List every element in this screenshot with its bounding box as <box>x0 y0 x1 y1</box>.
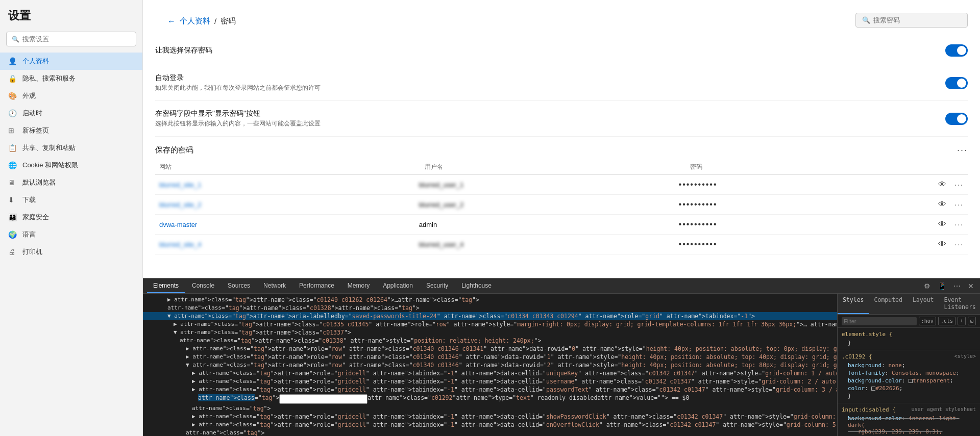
nav-list: 👤个人资料🔒隐私、搜索和服务🎨外观🕐启动时⊞新标签页📋共享、复制和粘贴🌐Cook… <box>0 53 142 261</box>
row-menu-2[interactable]: ··· <box>954 220 964 228</box>
sidebar-item-family[interactable]: 👨‍👩‍👧家庭安全 <box>0 209 142 226</box>
styles-tab-layout[interactable]: Layout <box>908 294 939 314</box>
sidebar-item-privacy[interactable]: 🔒隐私、搜索和服务 <box>0 70 142 87</box>
sidebar-item-browser[interactable]: 🖥默认浏览器 <box>0 174 142 191</box>
styles-filter-grid[interactable]: ⊡ <box>968 317 976 325</box>
password-dots-2: •••••••••• <box>679 220 718 228</box>
saved-passwords-title: 保存的密码 <box>155 145 193 155</box>
table-row-3: blurred_site_4 blurred_user_4 ••••••••••… <box>155 235 968 254</box>
row-menu-0[interactable]: ··· <box>954 181 964 189</box>
toggle-save_passwords[interactable] <box>945 44 968 57</box>
html-line-12[interactable]: attr-name">class="tag">attr-name">class=… <box>143 394 837 404</box>
styles-filter-pseudo[interactable]: :hov <box>919 317 936 325</box>
show-password-1[interactable]: 👁 <box>938 200 946 209</box>
html-line-6[interactable]: ▶ attr-name">class="tag">attr-name">role… <box>143 345 837 353</box>
passwords-search-input[interactable] <box>873 16 961 24</box>
sidebar-item-newtab[interactable]: ⊞新标签页 <box>0 122 142 139</box>
devtools-tab-memory[interactable]: Memory <box>341 279 376 293</box>
devtools-tab-elements[interactable]: Elements <box>147 279 185 293</box>
style-block-input-disabled: input:disabled { user agent stylesheet b… <box>838 403 980 436</box>
nav-icon-print: 🖨 <box>8 248 17 256</box>
devtools-tab-lighthouse[interactable]: Lighthouse <box>455 279 498 293</box>
devtools-more-icon[interactable]: ⋯ <box>951 280 963 292</box>
styles-tab-styles[interactable]: Styles <box>838 294 869 314</box>
passwords-search-icon: 🔍 <box>862 16 870 24</box>
html-line-content-16: attr-name">class <box>186 429 240 436</box>
elements-panel[interactable]: ▶ attr-name">class="tag">attr-name">clas… <box>143 294 837 436</box>
sidebar-item-startup[interactable]: 🕐启动时 <box>0 105 142 122</box>
nav-icon-startup: 🕐 <box>8 109 17 117</box>
html-line-content-10: ▶ attr-name">class <box>192 378 253 384</box>
sidebar-item-cookies[interactable]: 🌐Cookie 和网站权限 <box>0 157 142 174</box>
devtools-settings-icon[interactable]: ⚙ <box>922 280 933 292</box>
cell-actions-3: 👁 <box>934 240 950 249</box>
row-menu-3[interactable]: ··· <box>954 240 964 248</box>
show-password-2[interactable]: 👁 <box>938 220 946 229</box>
devtools-tab-sources[interactable]: Sources <box>222 279 256 293</box>
cell-actions-1: 👁 <box>934 200 950 209</box>
styles-filter-cls[interactable]: .cls <box>938 317 955 325</box>
sidebar-search-box[interactable]: 🔍 <box>6 32 136 46</box>
styles-filter-add[interactable]: + <box>958 317 966 325</box>
passwords-search-box[interactable]: 🔍 <box>855 13 968 28</box>
devtools-tab-console[interactable]: Console <box>186 279 220 293</box>
site-link-1[interactable]: blurred_site_2 <box>159 201 201 209</box>
html-line-7[interactable]: ▶ attr-name">class="tag">attr-name">role… <box>143 353 837 361</box>
devtools-tab-performance[interactable]: Performance <box>293 279 340 293</box>
site-link-0[interactable]: blurred_site_1 <box>159 181 201 189</box>
sidebar-search-input[interactable] <box>22 35 131 43</box>
row-menu-1[interactable]: ··· <box>954 200 964 209</box>
style-close-c01292: } <box>842 392 976 400</box>
sidebar-item-appearance[interactable]: 🎨外观 <box>0 87 142 105</box>
styles-filter-input[interactable] <box>842 317 917 325</box>
html-line-4[interactable]: ▼ attr-name">class="tag">attr-name">clas… <box>143 328 837 337</box>
sidebar-item-share[interactable]: 📋共享、复制和粘贴 <box>0 139 142 157</box>
html-line-14[interactable]: ▶ attr-name">class="tag">attr-name">role… <box>143 413 837 421</box>
nav-label-appearance: 外观 <box>22 91 36 100</box>
sidebar-item-download[interactable]: ⬇下载 <box>0 191 142 209</box>
html-line-5[interactable]: attr-name">class="tag">attr-name">class=… <box>143 337 837 345</box>
html-line-2[interactable]: ▼ attr-name">class="tag">attr-name">aria… <box>143 312 837 320</box>
styles-tab-computed[interactable]: Computed <box>869 294 908 314</box>
site-link-3[interactable]: blurred_site_4 <box>159 241 201 248</box>
html-line-1[interactable]: attr-name">class="tag">attr-name">class=… <box>143 304 837 312</box>
html-line-0[interactable]: ▶ attr-name">class="tag">attr-name">clas… <box>143 296 837 304</box>
table-row-2: dvwa-master admin •••••••••• 👁 ··· <box>155 215 968 235</box>
html-line-8[interactable]: ▼ attr-name">class="tag">attr-name">role… <box>143 361 837 369</box>
devtools-tab-network[interactable]: Network <box>257 279 292 293</box>
toggle-autologin[interactable] <box>945 77 968 89</box>
html-line-9[interactable]: ▶ attr-name">class="tag">attr-name">role… <box>143 369 837 377</box>
style-block-element: element.style { } <box>838 328 980 350</box>
devtools-tab-application[interactable]: Application <box>377 279 419 293</box>
style-prop-bgc: background-color: transparent; <box>842 377 976 384</box>
setting-desc-autologin: 如果关闭此功能，我们在每次登录网站之前都会征求您的许可 <box>155 84 321 92</box>
html-line-13[interactable]: attr-name">class="tag"> <box>143 404 837 413</box>
html-line-content-14: ▶ attr-name">class <box>192 413 253 420</box>
back-button[interactable]: ← <box>167 17 176 26</box>
html-line-10[interactable]: ▶ attr-name">class="tag">attr-name">role… <box>143 377 837 386</box>
devtools-device-icon[interactable]: 📱 <box>936 280 948 292</box>
styles-tab-event-listeners[interactable]: Event Listeners <box>939 294 980 314</box>
sidebar-item-print[interactable]: 🖨打印机 <box>0 243 142 261</box>
nav-label-cookies: Cookie 和网站权限 <box>22 161 78 170</box>
passwords-menu-button[interactable]: ··· <box>957 145 968 156</box>
html-line-11[interactable]: ▶ attr-name">class="tag">attr-name">role… <box>143 386 837 394</box>
style-close: } <box>842 339 976 347</box>
saved-passwords-header: 保存的密码 ··· <box>155 137 968 160</box>
sidebar-item-language[interactable]: 🌍语言 <box>0 226 142 243</box>
devtools-tab-security[interactable]: Security <box>420 279 454 293</box>
html-line-15[interactable]: ▶ attr-name">class="tag">attr-name">role… <box>143 421 837 429</box>
html-line-3[interactable]: ▶ attr-name">class="tag">attr-name">clas… <box>143 320 837 328</box>
html-line-content-13: attr-name">class <box>192 405 246 412</box>
sidebar-item-personal[interactable]: 👤个人资料 <box>0 53 142 70</box>
toggle-show_password_btn[interactable] <box>945 113 968 125</box>
html-line-content-11: ▶ attr-name">class <box>192 386 253 393</box>
site-link-2[interactable]: dvwa-master <box>159 221 197 228</box>
html-line-16[interactable]: attr-name">class="tag"> <box>143 429 837 436</box>
cell-site-3: blurred_site_4 <box>155 241 415 248</box>
style-prop-color: color: #262626; <box>842 384 976 392</box>
show-password-3[interactable]: 👁 <box>938 240 946 249</box>
devtools-close-icon[interactable]: ✕ <box>966 280 976 292</box>
show-password-0[interactable]: 👁 <box>938 180 946 189</box>
setting-label-save_passwords: 让我选择保存密码 <box>155 46 212 55</box>
